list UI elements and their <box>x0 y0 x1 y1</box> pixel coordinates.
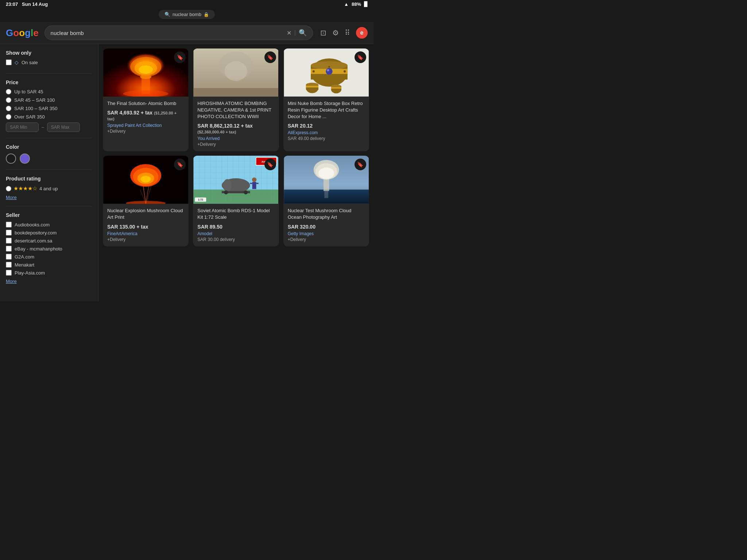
product-price-2: SAR 8,862,120.12 + tax ($2,360,000.40 + … <box>197 123 274 135</box>
product-card-3[interactable]: 🔖 Mini Nuke Bomb Storage Box Retro Resin… <box>283 48 369 151</box>
seller-checkbox-1[interactable] <box>6 222 12 228</box>
product-card-2[interactable]: 🔖 HIROSHIMA ATOMIC BOMBING NEGATIVE, CAM… <box>193 48 279 151</box>
url-pill[interactable]: 🔍 nuclear bomb 🔒 <box>159 10 215 19</box>
product-delivery-1: +Delivery <box>107 129 184 134</box>
svg-text:1:72: 1:72 <box>198 199 203 201</box>
seller-checkbox-3[interactable] <box>6 238 12 244</box>
seller-label-7: Play-Asia.com <box>15 270 45 276</box>
product-info-4: Nuclear Explosion Mushroom Cloud Art Pri… <box>103 204 189 246</box>
seller-checkbox-2[interactable] <box>6 230 12 236</box>
product-delivery-5: SAR 30.00 delivery <box>197 237 274 242</box>
seller-bookdepository[interactable]: bookdepository.com <box>6 230 92 236</box>
search-divider: | <box>294 30 296 36</box>
status-bar: 23:07 Sun 14 Aug ▲ 88% ▉ <box>0 0 374 8</box>
apps-icon[interactable]: ⠿ <box>345 28 350 37</box>
product-card-5[interactable]: Amodel 1:72 🔖 Soviet Atomic Bomb RDS-1 M… <box>193 156 279 246</box>
seller-more-link[interactable]: More <box>6 279 92 284</box>
seller-ebay[interactable]: eBay - mcmahanphoto <box>6 246 92 252</box>
price-label-3: SAR 100 – SAR 350 <box>14 106 58 111</box>
search-url-icon: 🔍 <box>165 12 170 17</box>
color-section: Color <box>6 144 92 170</box>
seller-checkbox-5[interactable] <box>6 254 12 260</box>
seller-menakart[interactable]: Menakart <box>6 262 92 268</box>
product-name-4: Nuclear Explosion Mushroom Cloud Art Pri… <box>107 207 184 221</box>
svg-rect-71 <box>256 183 259 184</box>
settings-icon[interactable]: ⚙ <box>332 28 339 37</box>
price-over-350[interactable]: Over SAR 350 <box>6 114 92 120</box>
search-bar[interactable]: nuclear bomb ✕ | 🔍 <box>44 26 313 40</box>
svg-point-38 <box>141 176 151 183</box>
bookmark-btn-5[interactable]: 🔖 <box>264 159 276 170</box>
status-icons: ▲ 88% ▉ <box>344 1 368 7</box>
seller-section: Seller Audiobooks.com bookdepository.com… <box>6 212 92 290</box>
svg-point-19 <box>328 66 330 68</box>
sidebar: Show only ◇ On sale Price Up to SAR 45 S… <box>0 44 98 302</box>
svg-point-17 <box>312 70 314 73</box>
svg-rect-25 <box>306 86 318 88</box>
rating-radio[interactable] <box>6 186 11 191</box>
color-swatch-black[interactable] <box>6 153 16 164</box>
seller-checkbox-7[interactable] <box>6 270 12 276</box>
product-name-3: Mini Nuke Bomb Storage Box Retro Resin F… <box>288 100 365 120</box>
on-sale-checkbox[interactable] <box>6 59 12 65</box>
search-input[interactable]: nuclear bomb <box>51 30 284 36</box>
product-card-4[interactable]: 🔖 Nuclear Explosion Mushroom Cloud Art P… <box>103 156 189 246</box>
svg-point-4 <box>139 66 153 74</box>
header: Google nuclear bomb ✕ | 🔍 ⊡ ⚙ ⠿ e <box>0 22 374 44</box>
status-time-date: 23:07 Sun 14 Aug <box>6 1 48 7</box>
svg-point-21 <box>327 69 329 71</box>
product-rating-section: Product rating ★★★★☆ 4 and up More <box>6 176 92 206</box>
seller-label-4: eBay - mcmahanphoto <box>15 246 62 252</box>
clear-icon[interactable]: ✕ <box>287 30 291 36</box>
seller-playasia[interactable]: Play-Asia.com <box>6 270 92 276</box>
seller-checkbox-6[interactable] <box>6 262 12 268</box>
bookmark-btn-3[interactable]: 🔖 <box>355 51 366 63</box>
on-sale-filter[interactable]: ◇ On sale <box>6 59 92 65</box>
seller-label-2: bookdepository.com <box>15 230 57 236</box>
price-radio-3[interactable] <box>6 106 11 111</box>
price-radio-2[interactable] <box>6 97 11 103</box>
rating-4-up[interactable]: ★★★★☆ 4 and up <box>6 185 92 192</box>
color-swatch-purple[interactable] <box>20 153 30 164</box>
svg-rect-70 <box>250 183 252 184</box>
price-radio-1[interactable] <box>6 89 11 94</box>
battery-text: 88% <box>352 1 361 7</box>
seller-desertcart[interactable]: desertcart.com.sa <box>6 238 92 244</box>
price-max-input[interactable] <box>47 122 80 132</box>
price-dash: – <box>42 125 44 130</box>
seller-label-1: Audiobooks.com <box>15 222 50 228</box>
price-label-1: Up to SAR 45 <box>14 89 43 94</box>
product-name-2: HIROSHIMA ATOMIC BOMBING NEGATIVE, CAMER… <box>197 100 274 120</box>
svg-point-82 <box>318 168 334 179</box>
seller-audiobooks[interactable]: Audiobooks.com <box>6 222 92 228</box>
svg-point-20 <box>326 68 333 75</box>
product-seller-5: Amodel <box>197 231 274 236</box>
svg-point-64 <box>223 179 232 192</box>
product-info-6: Nuclear Test Mushroom Cloud Ocean Photog… <box>283 204 369 246</box>
seller-label-6: Menakart <box>15 262 34 268</box>
search-submit-icon[interactable]: 🔍 <box>299 29 307 37</box>
product-seller-3: AliExpress.com <box>288 130 365 135</box>
color-title: Color <box>6 144 92 150</box>
price-45-100[interactable]: SAR 45 – SAR 100 <box>6 97 92 103</box>
seller-label-3: desertcart.com.sa <box>15 238 52 244</box>
bookmark-btn-2[interactable]: 🔖 <box>264 51 276 63</box>
rating-more-link[interactable]: More <box>6 195 92 200</box>
product-card-6[interactable]: 🔖 Nuclear Test Mushroom Cloud Ocean Phot… <box>283 156 369 246</box>
seller-checkbox-4[interactable] <box>6 246 12 252</box>
svg-rect-29 <box>331 87 341 89</box>
on-sale-label: On sale <box>22 60 38 65</box>
seller-g2a[interactable]: G2A.com <box>6 254 92 260</box>
svg-point-66 <box>224 191 228 195</box>
svg-rect-11 <box>194 88 279 97</box>
price-radio-4[interactable] <box>6 114 11 120</box>
user-avatar[interactable]: e <box>356 27 368 39</box>
product-card-1[interactable]: 🔖 The Final Solution- Atomic Bomb SAR 4,… <box>103 48 189 151</box>
product-info-2: HIROSHIMA ATOMIC BOMBING NEGATIVE, CAMER… <box>193 97 279 152</box>
price-100-350[interactable]: SAR 100 – SAR 350 <box>6 106 92 111</box>
price-up-to-45[interactable]: Up to SAR 45 <box>6 89 92 94</box>
price-min-input[interactable] <box>6 122 39 132</box>
product-price-4: SAR 135.00 + tax <box>107 224 184 230</box>
bookmarks-icon[interactable]: ⊡ <box>320 28 326 37</box>
rating-text: 4 and up <box>39 186 58 191</box>
